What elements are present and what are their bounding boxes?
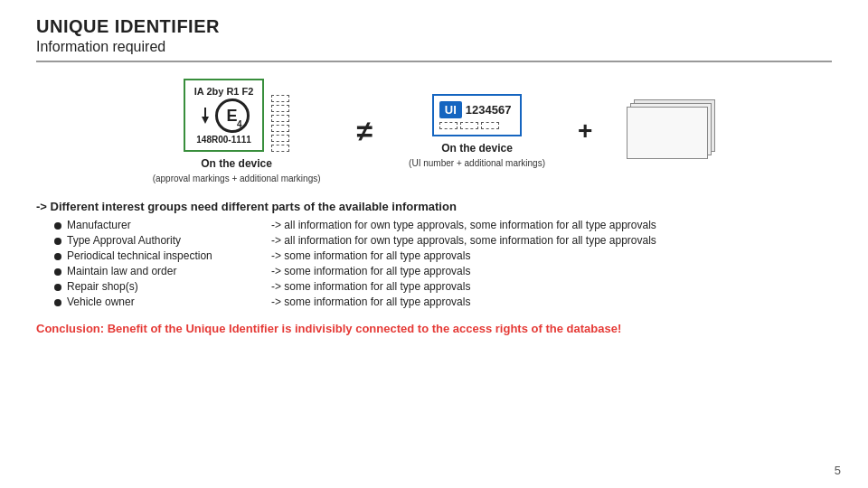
item-label: Maintain law and order — [67, 265, 271, 277]
list-item: Repair shop(s) — [54, 280, 271, 293]
bullet-icon — [54, 238, 61, 245]
ui-dash-1 — [439, 122, 458, 129]
bullet-icon — [54, 253, 61, 260]
list-item: Type Approval Authority — [54, 234, 271, 247]
item-desc: -> some information for all type approva… — [271, 265, 470, 277]
down-arrow-icon — [199, 108, 212, 124]
header-subtitle: Information required — [36, 39, 832, 55]
interest-heading: -> Different interest groups need differ… — [36, 200, 832, 213]
bullet-icon — [54, 299, 61, 306]
approval-box: IA 2by R1 F2 E 4 148R00-1111 — [184, 79, 265, 152]
deta-stack: DETA Information — [625, 99, 715, 163]
item-label: Periodical technical inspection — [67, 249, 271, 262]
dash-cell-5 — [271, 135, 289, 142]
not-equal-sign: ≠ — [357, 115, 373, 148]
list-item-desc-row: -> some information for all type approva… — [271, 249, 832, 262]
list-item: Periodical technical inspection — [54, 249, 271, 262]
item-label: Type Approval Authority — [67, 234, 271, 247]
device1-on-label: On the device — [201, 157, 272, 170]
col-descriptions: -> all information for own type approval… — [271, 219, 832, 311]
dash-cell-1 — [271, 95, 289, 102]
item-desc: -> some information for all type approva… — [271, 280, 470, 293]
plus-sign: + — [578, 117, 592, 145]
device2-on-label: On the device — [441, 142, 513, 155]
list-item-desc-row: -> some information for all type approva… — [271, 265, 832, 277]
dash-cell-3 — [271, 115, 289, 122]
header: UNIQUE IDENTIFIER Information required — [36, 16, 832, 62]
svg-marker-1 — [202, 117, 209, 124]
list-item: Manufacturer — [54, 219, 271, 231]
list-item-desc-row: -> some information for all type approva… — [271, 280, 832, 293]
dashed-markings — [271, 95, 289, 152]
dash-cell-6 — [271, 145, 289, 152]
bullet-icon — [54, 284, 61, 291]
list-container: ManufacturerType Approval AuthorityPerio… — [54, 219, 832, 311]
bullet-icon — [54, 268, 61, 276]
dash-cell-4 — [271, 125, 289, 132]
list-item-desc-row: -> all information for own type approval… — [271, 219, 832, 231]
ui-dash-3 — [481, 122, 499, 129]
e-letter: E — [227, 107, 238, 126]
device1-caption: (approval markings + additional markings… — [153, 174, 321, 183]
diagram-section: IA 2by R1 F2 E 4 148R00-1111 — [36, 79, 832, 183]
col-labels: ManufacturerType Approval AuthorityPerio… — [54, 219, 271, 311]
e-subscript: 4 — [237, 119, 242, 129]
page-number: 5 — [835, 464, 841, 477]
bullet-icon — [54, 222, 61, 230]
item-label: Vehicle owner — [67, 296, 271, 308]
list-item-desc-row: -> some information for all type approva… — [271, 296, 832, 308]
approval-top-line: IA 2by R1 F2 — [194, 86, 254, 97]
device2-group: UI 1234567 On the device (UI number + ad… — [409, 94, 545, 168]
ui-dash-2 — [460, 122, 478, 129]
ui-box: UI 1234567 — [432, 94, 523, 136]
device2-wrapper: UI 1234567 — [432, 94, 523, 136]
conclusion-text: Conclusion: Benefit of the Unique Identi… — [36, 322, 832, 335]
item-desc: -> all information for own type approval… — [271, 219, 656, 231]
list-item: Maintain law and order — [54, 265, 271, 277]
e-circle: E 4 — [215, 99, 250, 133]
device1-group: IA 2by R1 F2 E 4 148R00-1111 — [153, 79, 321, 183]
device2-caption: (UI number + additional markings) — [409, 158, 545, 168]
deta-page-3 — [627, 107, 708, 159]
header-title: UNIQUE IDENTIFIER — [36, 16, 832, 37]
item-desc: -> some information for all type approva… — [271, 296, 470, 308]
interest-section: -> Different interest groups need differ… — [36, 200, 832, 311]
ui-badge: UI — [439, 101, 462, 118]
list-item-desc-row: -> all information for own type approval… — [271, 234, 832, 247]
item-label: Manufacturer — [67, 219, 271, 231]
dash-cell-2 — [271, 105, 289, 112]
device1-wrapper: IA 2by R1 F2 E 4 148R00-1111 — [184, 79, 290, 152]
item-label: Repair shop(s) — [67, 280, 271, 293]
ui-number: 1234567 — [466, 103, 512, 117]
item-desc: -> all information for own type approval… — [271, 234, 656, 247]
item-desc: -> some information for all type approva… — [271, 249, 470, 262]
approval-number: 148R00-1111 — [196, 135, 251, 145]
list-item: Vehicle owner — [54, 296, 271, 308]
ui-bottom-row — [439, 122, 512, 129]
ui-top-row: UI 1234567 — [439, 101, 512, 118]
